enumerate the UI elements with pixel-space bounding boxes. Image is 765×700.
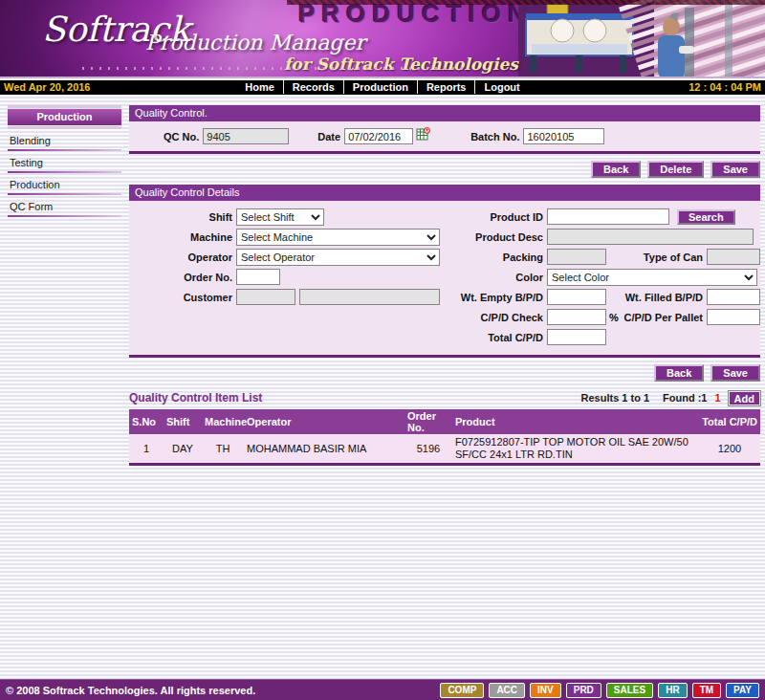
save-button[interactable]: Save [710, 161, 760, 178]
header-banner: PRODUCTION [0, 0, 765, 78]
banner-dotted-line [82, 67, 465, 70]
main-panel: Quality Control. QC No. Date [129, 105, 760, 466]
banner-hazard-strip [287, 0, 765, 5]
back-button-2[interactable]: Back [654, 364, 704, 382]
menu-reports[interactable]: Reports [417, 80, 475, 94]
brand-subtitle: Production Manager [145, 31, 365, 55]
type-of-can-label: Type of Can [606, 252, 703, 263]
type-of-can-input [707, 249, 760, 265]
total-cpd-input[interactable] [547, 329, 606, 345]
menu-home[interactable]: Home [236, 80, 283, 94]
col-sno: S.No [129, 409, 164, 434]
cpd-check-label: C/P/D Check [440, 312, 543, 323]
machine-select[interactable]: Select Machine [236, 229, 440, 246]
weights-row: Wt. Empty B/P/D Wt. Filled B/P/D [440, 287, 760, 307]
customer-label: Customer [129, 292, 232, 303]
product-desc-row: Product Desc [440, 227, 760, 247]
calendar-icon[interactable] [416, 127, 430, 145]
cell-operator: MOHAMMAD BASIR MIA [244, 434, 404, 463]
section-divider [129, 355, 760, 358]
col-product: Product [452, 409, 699, 434]
results-text: Results 1 to 1 [581, 392, 650, 404]
add-button[interactable]: Add [729, 391, 760, 405]
operator-row: Operator Select Operator [129, 247, 440, 267]
module-inv-button[interactable]: INV [530, 683, 561, 698]
customer-code-input [236, 289, 295, 305]
top-nav-bar: Wed Apr 20, 2016 HomeRecordsProductionRe… [0, 80, 765, 95]
save-button-2[interactable]: Save [710, 364, 760, 382]
wt-empty-label: Wt. Empty B/P/D [440, 292, 543, 303]
wt-filled-label: Wt. Filled B/P/D [606, 292, 703, 303]
results-info: Results 1 to 1 Found :1 1 Add [581, 391, 760, 405]
item-list-title: Quality Control Item List [129, 391, 262, 405]
search-button[interactable]: Search [677, 209, 735, 225]
date-input[interactable] [344, 128, 413, 144]
qc-section-title: Quality Control. [129, 105, 760, 121]
cpd-per-pallet-input[interactable] [707, 309, 760, 325]
packing-row: Packing Type of Can [440, 247, 760, 267]
delete-button[interactable]: Delete [647, 161, 704, 178]
order-no-row: Order No. [129, 267, 440, 287]
product-id-input[interactable] [547, 208, 669, 225]
menu-records[interactable]: Records [283, 80, 343, 94]
shift-select[interactable]: Select Shift [236, 208, 324, 226]
shift-row: Shift Select Shift [129, 207, 440, 227]
menu-production[interactable]: Production [343, 80, 417, 94]
table-row[interactable]: 1 DAY TH MOHAMMAD BASIR MIA 5196 F072591… [129, 434, 760, 463]
qc-no-label: QC No. [164, 131, 199, 142]
module-prd-button[interactable]: PRD [566, 683, 601, 698]
details-buttons-row: Back Save [129, 364, 760, 382]
cell-shift: DAY [164, 434, 202, 463]
product-desc-label: Product Desc [440, 231, 543, 243]
sidebar-separator [8, 193, 121, 195]
back-button[interactable]: Back [591, 161, 641, 178]
sidebar-header-production[interactable]: Production [8, 109, 121, 125]
wt-empty-input[interactable] [547, 289, 606, 305]
module-acc-button[interactable]: ACC [489, 683, 525, 698]
item-list-header: Quality Control Item List Results 1 to 1… [129, 388, 760, 407]
batch-no-input[interactable] [523, 128, 604, 144]
cpd-check-input[interactable] [547, 309, 606, 325]
order-no-input[interactable] [236, 269, 280, 285]
product-desc-input [547, 229, 754, 245]
module-comp-button[interactable]: COMP [440, 683, 484, 698]
customer-name-input [299, 289, 440, 305]
shift-label: Shift [129, 211, 232, 223]
menu-logout[interactable]: Logout [474, 80, 528, 94]
color-label: Color [440, 272, 543, 283]
banner-photo-collage [518, 0, 765, 78]
qc-section-body: QC No. Date [129, 121, 760, 151]
wt-filled-input[interactable] [707, 289, 760, 305]
machine-row: Machine Select Machine [129, 227, 440, 247]
details-left-column: Shift Select Shift Machine Select Machin… [129, 207, 440, 347]
sidebar-item-testing[interactable]: Testing [8, 153, 121, 171]
col-machine: Machine [202, 409, 244, 434]
table-header-row: S.No Shift Machine Operator Order No. Pr… [129, 409, 760, 434]
current-time: 12 : 04 : 04 PM [688, 80, 761, 94]
footer-bar: © 2008 Softrack Technologies. All rights… [0, 679, 765, 700]
sidebar-item-blending[interactable]: Blending [8, 131, 121, 149]
section-divider [129, 151, 760, 154]
customer-row: Customer [129, 287, 440, 307]
module-pay-button[interactable]: PAY [726, 683, 759, 698]
percent-sign: % [609, 312, 619, 323]
qc-fields-row: QC No. Date [129, 121, 760, 151]
cell-product: F0725912807-TIP TOP MOTOR OIL SAE 20W/50… [452, 434, 699, 463]
module-sales-button[interactable]: SALES [606, 683, 653, 698]
qc-buttons-row: Back Delete Save [129, 161, 760, 178]
sidebar: Production Blending Testing Production Q… [8, 105, 121, 217]
sidebar-separator [8, 171, 121, 173]
batch-no-label: Batch No. [470, 131, 519, 142]
operator-select[interactable]: Select Operator [236, 249, 440, 266]
page: PRODUCTION [0, 0, 765, 700]
sidebar-item-qc-form[interactable]: QC Form [8, 197, 121, 215]
found-text: Found :1 [663, 392, 707, 404]
page-number-link[interactable]: 1 [714, 392, 720, 404]
col-operator: Operator [244, 409, 404, 434]
sidebar-item-production[interactable]: Production [8, 175, 121, 193]
cell-machine: TH [202, 434, 244, 463]
module-tm-button[interactable]: TM [692, 683, 721, 698]
col-shift: Shift [164, 409, 202, 434]
module-hr-button[interactable]: HR [658, 683, 687, 698]
color-select[interactable]: Select Color [547, 269, 757, 286]
